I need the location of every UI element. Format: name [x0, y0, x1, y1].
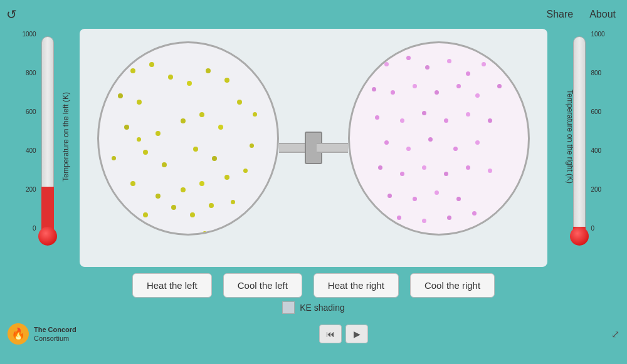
right-thermo-tube [572, 36, 587, 237]
right-chamber [348, 41, 530, 236]
particle-l37 [203, 231, 207, 236]
particle-r26 [400, 172, 404, 176]
right-thermo-bg [573, 36, 586, 237]
right-thermo-scale: 1000 800 600 400 200 0 [589, 31, 606, 232]
particle-r15 [400, 118, 404, 123]
particle-l11 [181, 118, 186, 123]
particle-l5 [137, 100, 142, 105]
particle-r2 [406, 56, 411, 60]
particle-r29 [466, 165, 470, 170]
right-thermo-bulb [570, 227, 589, 246]
particle-l36 [165, 234, 169, 236]
particle-l14 [237, 100, 242, 105]
rewind-button[interactable]: ⏮ [319, 325, 342, 343]
particle-l25 [143, 212, 148, 217]
particle-r24 [475, 140, 480, 145]
play-button[interactable]: ▶ [345, 325, 368, 343]
particle-r1 [384, 62, 389, 66]
particle-r33 [435, 190, 439, 195]
particle-l13 [218, 125, 223, 130]
right-thermo-wrapper: Temperature on the right (K) 1000 800 60… [550, 31, 622, 244]
left-thermo-label: Temperature on the left (K) [61, 92, 70, 182]
topbar-right: Share About [541, 6, 621, 23]
particle-l26 [171, 205, 176, 210]
heat-left-button[interactable]: Heat the left [132, 273, 212, 298]
expand-button[interactable]: ⤢ [611, 328, 619, 340]
particle-r7 [372, 87, 376, 91]
particle-r32 [413, 197, 417, 201]
particle-l16 [162, 162, 167, 167]
particle-l2 [149, 62, 154, 67]
playback-controls: ⏮ ▶ [319, 325, 368, 343]
ke-shading-checkbox[interactable] [282, 301, 295, 314]
particle-r35 [397, 216, 401, 220]
logo-area: 🔥 The Concord Consortium [8, 323, 76, 345]
particle-l24 [118, 206, 123, 211]
particle-l19 [130, 181, 135, 186]
logo-icon: 🔥 [8, 323, 29, 345]
particle-l30 [250, 143, 254, 148]
particle-l23 [224, 175, 229, 180]
particle-r5 [466, 71, 470, 76]
particle-r30 [488, 169, 492, 173]
particle-l15 [143, 150, 148, 155]
particle-r12 [475, 93, 480, 98]
left-thermo-wrapper: 1000 800 600 400 200 0 Temperature on th… [5, 31, 77, 244]
particle-l20 [155, 194, 161, 199]
particle-r13 [497, 84, 502, 88]
particle-r23 [453, 147, 458, 151]
particle-l35 [121, 234, 125, 236]
ke-shading-row: KE shading [0, 301, 627, 318]
particle-l18 [212, 156, 217, 161]
topbar: ↺ Share About [0, 0, 627, 29]
particle-r36 [422, 219, 426, 223]
particle-r3 [425, 65, 429, 70]
particle-r9 [413, 84, 417, 88]
particle-r4 [447, 59, 451, 63]
particle-r14 [375, 115, 379, 120]
topbar-left: ↺ [6, 7, 17, 22]
left-thermo-tube [40, 36, 55, 237]
particle-l31 [243, 169, 248, 173]
particle-r19 [488, 118, 492, 123]
particle-l21 [181, 187, 186, 192]
particle-l9 [124, 125, 129, 130]
particle-r37 [447, 216, 451, 220]
refresh-icon[interactable]: ↺ [6, 7, 17, 22]
particle-r17 [444, 118, 448, 123]
heat-right-button[interactable]: Heat the right [314, 273, 399, 298]
particle-l7 [206, 68, 211, 73]
particle-r31 [387, 194, 392, 198]
left-thermo-scale: 1000 800 600 400 200 0 [21, 31, 37, 232]
particle-l28 [209, 203, 214, 208]
particle-r16 [422, 111, 426, 115]
particle-r6 [482, 62, 486, 66]
particle-r18 [466, 112, 470, 117]
cool-left-button[interactable]: Cool the left [223, 273, 302, 298]
particle-l3 [168, 75, 173, 80]
expand-icon: ⤢ [611, 328, 619, 340]
sim-canvas [80, 29, 547, 267]
particle-r11 [456, 84, 461, 88]
particle-l10 [155, 131, 161, 136]
particle-r22 [428, 137, 433, 142]
main-area: 1000 800 600 400 200 0 Temperature on th… [0, 29, 627, 267]
particle-l32 [231, 200, 235, 204]
particle-r20 [384, 140, 389, 145]
particle-l27 [190, 212, 195, 217]
controls-row: Heat the left Cool the left Heat the rig… [0, 267, 627, 301]
particle-l8 [224, 78, 229, 83]
share-link[interactable]: Share [541, 6, 578, 23]
particle-r10 [435, 90, 439, 95]
particle-r8 [391, 90, 395, 95]
cool-right-button[interactable]: Cool the right [410, 273, 495, 298]
left-thermo-bulb [38, 227, 57, 246]
particle-r27 [422, 165, 426, 170]
particle-r21 [406, 147, 411, 151]
left-chamber [97, 41, 279, 236]
particle-l33 [112, 156, 116, 160]
left-thermometer-panel: 1000 800 600 400 200 0 Temperature on th… [5, 29, 77, 267]
about-link[interactable]: About [584, 6, 621, 23]
ke-shading-label: KE shading [300, 303, 345, 313]
particle-l29 [137, 137, 141, 142]
